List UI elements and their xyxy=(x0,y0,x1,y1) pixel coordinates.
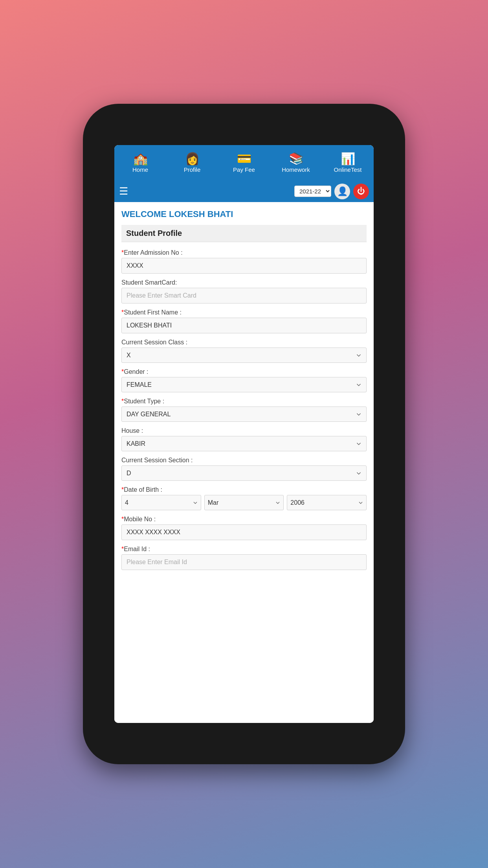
mobile-no-group: *Mobile No : xyxy=(121,516,367,540)
session-section-select[interactable]: D A B C xyxy=(121,465,367,481)
nav-homework-label: Homework xyxy=(282,166,310,173)
session-class-label: Current Session Class : xyxy=(121,339,367,346)
payfee-icon: 💳 xyxy=(237,153,251,165)
phone-screen: 🏫 Home 👩 Profile 💳 Pay Fee 📚 Homework 📊 … xyxy=(114,145,374,723)
gender-select[interactable]: FEMALE MALE xyxy=(121,377,367,392)
session-class-select[interactable]: X IX XI xyxy=(121,348,367,363)
smart-card-input[interactable] xyxy=(121,288,367,303)
nav-bar: 🏫 Home 👩 Profile 💳 Pay Fee 📚 Homework 📊 … xyxy=(114,145,374,180)
mobile-no-label: *Mobile No : xyxy=(121,516,367,523)
house-select[interactable]: KABIR TAGORE GANDHI xyxy=(121,436,367,451)
content-area: WELCOME LOKESH BHATI Student Profile *En… xyxy=(114,202,374,723)
year-select[interactable]: 2021-22 2020-21 2019-20 xyxy=(294,186,331,197)
nav-onlinetest-label: OnlineTest xyxy=(334,166,362,173)
gender-group: *Gender : FEMALE MALE xyxy=(121,368,367,392)
nav-home-label: Home xyxy=(132,166,148,173)
home-icon: 🏫 xyxy=(133,153,148,165)
sub-header-right: 2021-22 2020-21 2019-20 👤 ⏻ xyxy=(294,184,369,199)
homework-icon: 📚 xyxy=(289,153,303,165)
student-type-group: *Student Type : DAY GENERAL HOSTELLER xyxy=(121,398,367,422)
gender-label: *Gender : xyxy=(121,368,367,375)
dob-year-select[interactable]: 2006 200520072008 xyxy=(287,495,367,510)
onlinetest-icon: 📊 xyxy=(341,153,355,165)
nav-payfee-label: Pay Fee xyxy=(233,166,255,173)
admission-no-input[interactable] xyxy=(121,258,367,274)
first-name-label: *Student First Name : xyxy=(121,309,367,316)
session-class-group: Current Session Class : X IX XI xyxy=(121,339,367,363)
nav-homework[interactable]: 📚 Homework xyxy=(270,145,322,180)
dob-month-select[interactable]: Mar JanFebApr xyxy=(204,495,284,510)
nav-payfee[interactable]: 💳 Pay Fee xyxy=(218,145,270,180)
welcome-heading: WELCOME LOKESH BHATI xyxy=(121,209,367,219)
nav-profile-label: Profile xyxy=(184,166,201,173)
admission-no-group: *Enter Admission No : xyxy=(121,249,367,274)
dob-label: *Date of Birth : xyxy=(121,486,367,493)
dob-day-select[interactable]: 4 1235 xyxy=(121,495,201,510)
first-name-group: *Student First Name : xyxy=(121,309,367,333)
nav-home[interactable]: 🏫 Home xyxy=(114,145,166,180)
house-group: House : KABIR TAGORE GANDHI xyxy=(121,427,367,451)
section-title: Student Profile xyxy=(121,225,367,242)
nav-onlinetest[interactable]: 📊 OnlineTest xyxy=(322,145,374,180)
email-input[interactable] xyxy=(121,554,367,570)
dob-row: 4 1235 Mar JanFebApr 2006 200520072008 xyxy=(121,495,367,510)
nav-profile[interactable]: 👩 Profile xyxy=(166,145,218,180)
session-section-group: Current Session Section : D A B C xyxy=(121,457,367,481)
smart-card-label: Student SmartCard: xyxy=(121,279,367,286)
student-type-label: *Student Type : xyxy=(121,398,367,405)
avatar-button[interactable]: 👤 xyxy=(334,184,350,199)
mobile-no-input[interactable] xyxy=(121,524,367,540)
student-type-select[interactable]: DAY GENERAL HOSTELLER xyxy=(121,406,367,422)
email-group: *Email Id : xyxy=(121,546,367,570)
hamburger-button[interactable]: ☰ xyxy=(119,185,128,197)
house-label: House : xyxy=(121,427,367,434)
sub-header: ☰ 2021-22 2020-21 2019-20 👤 ⏻ xyxy=(114,180,374,202)
power-button[interactable]: ⏻ xyxy=(353,184,369,199)
smart-card-group: Student SmartCard: xyxy=(121,279,367,303)
profile-icon: 👩 xyxy=(185,153,200,165)
first-name-input[interactable] xyxy=(121,318,367,333)
dob-group: *Date of Birth : 4 1235 Mar JanFebApr 20… xyxy=(121,486,367,510)
session-section-label: Current Session Section : xyxy=(121,457,367,464)
phone-device: 🏫 Home 👩 Profile 💳 Pay Fee 📚 Homework 📊 … xyxy=(83,104,405,764)
admission-no-label: *Enter Admission No : xyxy=(121,249,367,256)
email-label: *Email Id : xyxy=(121,546,367,553)
